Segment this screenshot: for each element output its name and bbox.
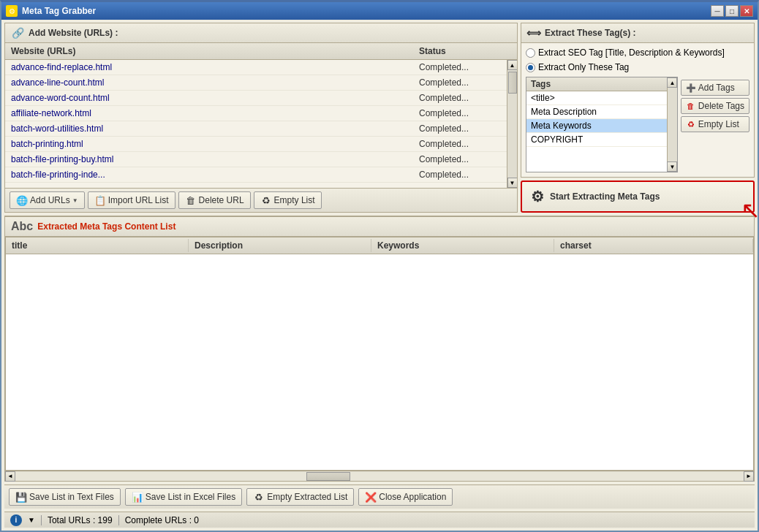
scroll-up-arrow[interactable]: ▲ <box>507 60 518 70</box>
complete-urls-label: Complete URLs : 0 <box>125 515 199 525</box>
bottom-toolbar: 💾 Save List in Text Files 📊 Save List in… <box>4 484 755 509</box>
add-tags-label: Add Tags <box>698 83 735 93</box>
save-text-icon: 💾 <box>15 491 27 503</box>
total-urls-label: Total URLs : 199 <box>48 515 113 525</box>
empty-icon: ♻ <box>260 194 272 206</box>
tag-item[interactable]: COPYRIGHT <box>526 133 677 147</box>
minimize-button[interactable]: ─ <box>711 5 724 17</box>
h-scrollbar[interactable]: ◄ ► <box>5 471 754 481</box>
add-tags-button[interactable]: ➕ Add Tags <box>681 80 749 96</box>
status-cell: Completed... <box>416 92 504 104</box>
status-info-icon[interactable]: i <box>10 514 22 526</box>
extracted-title: Extracted Meta Tags Content List <box>37 221 175 232</box>
delete-url-button[interactable]: 🗑 Delete URL <box>178 191 251 209</box>
empty-extracted-icon: ♻ <box>253 491 265 503</box>
app-title: Meta Tag Grabber <box>22 6 711 16</box>
import-url-label: Import URL List <box>108 195 169 205</box>
empty-tags-icon: ♻ <box>686 119 696 129</box>
empty-extracted-label: Empty Extracted List <box>267 492 347 502</box>
delete-icon: 🗑 <box>185 194 197 206</box>
radio-seo-option[interactable]: Extract SEO Tag [Title, Description & Ke… <box>526 48 749 58</box>
table-row[interactable]: batch-file-printing-inde... Completed... <box>5 167 507 183</box>
extract-panel-title: Extract These Tag(s) : <box>545 28 635 38</box>
empty-list-label: Empty List <box>274 195 315 205</box>
empty-tags-label: Empty List <box>698 119 739 129</box>
extracted-table: title Description Keywords charset <box>5 237 754 471</box>
table-row[interactable]: advance-find-replace.html Completed... <box>5 60 507 75</box>
table-row[interactable]: advance-word-count.html Completed... <box>5 91 507 106</box>
table-row[interactable]: affiliate-network.html Completed... <box>5 106 507 121</box>
url-cell: affiliate-network.html <box>8 107 416 119</box>
dropdown-arrow: ▼ <box>72 197 78 204</box>
status-dropdown[interactable]: ▼ <box>28 516 35 524</box>
empty-extracted-button[interactable]: ♻ Empty Extracted List <box>246 488 354 506</box>
delete-tags-button[interactable]: 🗑 Delete Tags <box>681 98 749 114</box>
import-icon: 📋 <box>94 194 106 206</box>
h-scroll-thumb[interactable] <box>306 472 350 481</box>
tags-items: <title>Meta DescriptionMeta KeywordsCOPY… <box>526 91 677 147</box>
globe-icon: 🌐 <box>16 194 28 206</box>
col-description: Description <box>189 239 371 252</box>
save-excel-icon: 📊 <box>132 491 143 503</box>
main-content: 🔗 Add Website (URLs) : Website (URLs) St… <box>1 20 758 531</box>
save-excel-label: Save List in Excel Files <box>146 492 235 502</box>
empty-tags-button[interactable]: ♻ Empty List <box>681 116 749 132</box>
url-cell: batch-file-printing-buy.html <box>8 153 416 165</box>
url-scrollbar[interactable]: ▲ ▼ <box>507 60 517 188</box>
tag-item[interactable]: Meta Keywords <box>526 119 677 133</box>
url-panel-icon: 🔗 <box>11 26 24 39</box>
h-scroll-left[interactable]: ◄ <box>5 471 15 482</box>
close-button[interactable]: ✕ <box>740 5 753 17</box>
url-cell: advance-line-count.html <box>8 77 416 88</box>
tags-scrollbar[interactable]: ▲ ▼ <box>667 77 677 172</box>
status-cell: Completed... <box>416 123 504 134</box>
bottom-section: Abc Extracted Meta Tags Content List tit… <box>4 216 755 482</box>
url-panel-title: Add Website (URLs) : <box>29 28 118 38</box>
scroll-down-arrow[interactable]: ▼ <box>507 178 518 188</box>
table-row[interactable]: batch-file-printing-buy.html Completed..… <box>5 152 507 167</box>
delete-url-label: Delete URL <box>199 195 244 205</box>
url-table: Website (URLs) Status advance-find-repla… <box>5 43 517 188</box>
save-text-button[interactable]: 💾 Save List in Text Files <box>9 488 121 506</box>
tags-scroll-up[interactable]: ▲ <box>667 77 677 88</box>
tag-item[interactable]: <title> <box>526 91 677 105</box>
import-url-button[interactable]: 📋 Import URL List <box>88 191 175 209</box>
extracted-panel: Abc Extracted Meta Tags Content List tit… <box>4 216 755 482</box>
radio-only-label: Extract Only These Tag <box>538 62 629 72</box>
tag-item[interactable]: Meta Description <box>526 105 677 119</box>
add-urls-button[interactable]: 🌐 Add URLs ▼ <box>10 191 85 209</box>
radio-seo-label: Extract SEO Tag [Title, Description & Ke… <box>538 48 725 58</box>
app-icon: ⚙ <box>6 5 18 17</box>
close-app-icon: ❌ <box>365 491 377 503</box>
extract-panel-header: ⟺ Extract These Tag(s) : <box>521 23 754 43</box>
scroll-thumb[interactable] <box>508 72 517 94</box>
tags-area: Tags <title>Meta DescriptionMeta Keyword… <box>526 77 749 172</box>
radio-seo-circle[interactable] <box>526 48 535 58</box>
maximize-button[interactable]: □ <box>725 5 739 17</box>
close-app-button[interactable]: ❌ Close Application <box>358 488 453 506</box>
url-panel-header: 🔗 Add Website (URLs) : <box>5 23 517 43</box>
table-row[interactable]: batch-printing.html Completed... <box>5 137 507 152</box>
h-scroll-right[interactable]: ► <box>744 471 754 482</box>
start-btn-wrapper: ⚙ Start Extracting Meta Tags ↙ <box>521 180 755 213</box>
status-cell: Completed... <box>416 107 504 119</box>
url-cell: batch-printing.html <box>8 138 416 150</box>
main-window: ⚙ Meta Tag Grabber ─ □ ✕ 🔗 Add Website (… <box>0 0 759 532</box>
start-extracting-button[interactable]: ⚙ Start Extracting Meta Tags <box>521 180 755 213</box>
status-cell: Completed... <box>416 153 504 165</box>
radio-only-circle[interactable] <box>526 63 535 72</box>
empty-list-button[interactable]: ♻ Empty List <box>254 191 322 209</box>
url-list-container: advance-find-replace.html Completed... a… <box>5 60 517 188</box>
url-toolbar: 🌐 Add URLs ▼ 📋 Import URL List 🗑 Delete … <box>5 188 517 212</box>
add-tags-icon: ➕ <box>686 83 696 93</box>
url-cell: advance-word-count.html <box>8 92 416 104</box>
extract-panel-body: Extract SEO Tag [Title, Description & Ke… <box>521 43 754 177</box>
table-row[interactable]: batch-word-utilities.html Completed... <box>5 121 507 137</box>
tags-scroll-down[interactable]: ▼ <box>667 162 677 172</box>
table-row[interactable]: advance-line-count.html Completed... <box>5 75 507 91</box>
col-charset: charset <box>554 239 753 252</box>
radio-only-option[interactable]: Extract Only These Tag <box>526 62 749 72</box>
status-separator <box>41 515 42 525</box>
url-list[interactable]: advance-find-replace.html Completed... a… <box>5 60 507 188</box>
save-excel-button[interactable]: 📊 Save List in Excel Files <box>125 488 242 506</box>
